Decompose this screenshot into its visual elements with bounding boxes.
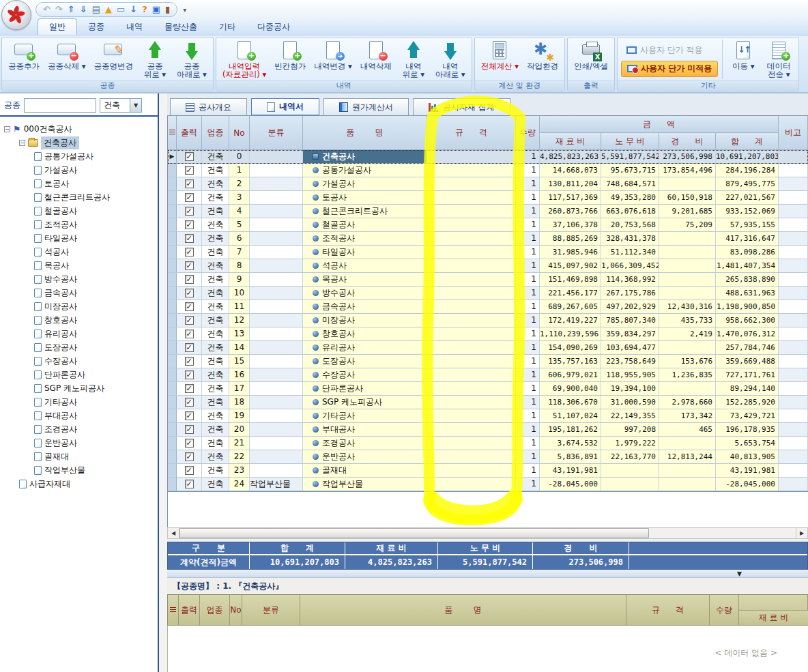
spec-cell[interactable] (427, 205, 516, 218)
col-header-industry[interactable]: 업종 (202, 116, 229, 150)
labor-cost-cell[interactable]: 663,076,618 (601, 205, 659, 218)
table-row[interactable]: ✓건축3토공사1117,517,36949,353,28060,150,9182… (168, 191, 808, 205)
no-cell[interactable]: 16 (229, 368, 250, 381)
remark-cell[interactable] (779, 246, 808, 259)
worktype-add-button[interactable]: +공종추가 (4, 38, 44, 81)
qty-cell[interactable]: 1 (516, 314, 540, 327)
row-indicator[interactable] (168, 314, 177, 327)
ribbon-tab-multi-project[interactable]: 다중공사 (246, 19, 301, 35)
row-indicator[interactable] (168, 409, 177, 422)
labor-cost-cell[interactable]: 997,208 (601, 423, 659, 436)
industry-cell[interactable]: 건축 (202, 341, 229, 354)
collapse-icon[interactable]: − (4, 126, 10, 132)
row-indicator[interactable] (168, 396, 177, 409)
output-checkbox-cell[interactable]: ✓ (177, 396, 202, 409)
row-indicator[interactable] (168, 437, 177, 450)
material-cost-cell[interactable]: 151,469,898 (540, 273, 601, 286)
qty-cell[interactable]: 1 (516, 273, 540, 286)
no-cell[interactable]: 7 (229, 246, 250, 259)
remark-cell[interactable] (779, 464, 808, 477)
output-checkbox-cell[interactable]: ✓ (177, 327, 202, 340)
material-cost-cell[interactable]: 130,811,204 (540, 177, 601, 190)
industry-cell[interactable]: 건축 (202, 368, 229, 381)
exit-door-icon[interactable]: ▮ (165, 3, 170, 16)
tree-item[interactable]: 미장공사 (0, 300, 158, 313)
industry-cell[interactable]: 건축 (202, 327, 229, 340)
bottom-col-output[interactable]: 출력 (179, 595, 200, 625)
tree-item[interactable]: 부대공사 (0, 409, 158, 422)
checkbox-checked-icon[interactable]: ✓ (185, 234, 194, 243)
labor-cost-cell[interactable]: 22,163,770 (601, 450, 659, 463)
col-header-no[interactable]: No (229, 116, 250, 150)
table-row[interactable]: ✓건축24작업부산물작업부산물1-28,045,000-28,045,000 (168, 478, 808, 491)
class-cell[interactable] (250, 423, 303, 436)
checkbox-checked-icon[interactable]: ✓ (185, 330, 194, 338)
spec-cell[interactable] (427, 327, 516, 340)
spec-cell[interactable] (427, 287, 516, 300)
spec-cell[interactable] (427, 177, 516, 190)
bottom-col-class[interactable]: 분류 (242, 595, 300, 625)
tree-item[interactable]: 조경공사 (0, 422, 158, 436)
qty-cell[interactable]: 1 (516, 423, 540, 436)
row-indicator[interactable] (168, 273, 177, 286)
qty-cell[interactable]: 1 (516, 327, 540, 340)
user-price-unapply-button[interactable]: 사용자 단가 미적용 (621, 61, 718, 77)
output-checkbox-cell[interactable]: ✓ (177, 150, 202, 163)
table-row[interactable]: ✓건축23골재대143,191,98143,191,981 (168, 464, 808, 478)
table-row[interactable]: ✓건축15도장공사1135,757,163223,758,649153,6763… (168, 355, 808, 368)
total-cost-cell[interactable]: 43,191,981 (716, 464, 779, 477)
checkbox-checked-icon[interactable]: ✓ (185, 411, 194, 420)
industry-cell[interactable]: 건축 (202, 409, 229, 422)
qty-cell[interactable]: 1 (516, 218, 540, 231)
name-cell[interactable]: 조경공사 (303, 437, 427, 450)
tree-item[interactable]: 작업부산물 (0, 463, 158, 477)
worktype-down-button[interactable]: 공종 아래로 ▾ (173, 38, 211, 81)
material-cost-cell[interactable]: 3,674,532 (540, 437, 601, 450)
expense-cell[interactable]: 2,978,660 (659, 396, 716, 409)
expense-cell[interactable] (659, 246, 716, 259)
remark-cell[interactable] (779, 437, 808, 450)
name-cell[interactable]: 건축공사 (303, 150, 427, 163)
col-header-amount[interactable]: 금 액 (540, 116, 779, 133)
spec-cell[interactable] (427, 409, 516, 422)
detail-change-button[interactable]: ➔내역변경 ▾ (310, 38, 356, 81)
checkbox-checked-icon[interactable]: ✓ (185, 166, 194, 175)
search-doc-icon[interactable]: ▣ (152, 3, 160, 16)
tree-item[interactable]: 도장공사 (0, 340, 158, 354)
col-header-spec[interactable]: 규 격 (427, 116, 516, 150)
col-header-labor[interactable]: 노 무 비 (601, 133, 659, 150)
total-cost-cell[interactable]: 227,021,567 (716, 191, 779, 204)
spec-cell[interactable] (427, 355, 516, 368)
industry-cell[interactable]: 건축 (202, 205, 229, 218)
material-cost-cell[interactable]: 31,985,946 (540, 246, 601, 259)
qty-cell[interactable]: 1 (516, 300, 540, 313)
total-cost-cell[interactable]: 1,198,900,850 (716, 300, 779, 313)
qty-cell[interactable]: 1 (516, 177, 540, 190)
class-cell[interactable] (250, 314, 303, 327)
total-cost-cell[interactable]: 73,429,721 (716, 409, 779, 422)
name-cell[interactable]: 타일공사 (303, 246, 427, 259)
table-row[interactable]: ✓건축4철근콘크리트공사1260,873,766663,076,6189,201… (168, 205, 808, 218)
tree-item[interactable]: 철골공사 (0, 204, 158, 218)
labor-cost-cell[interactable]: 497,202,929 (601, 300, 659, 313)
row-indicator[interactable] (168, 246, 177, 259)
expense-cell[interactable] (659, 478, 716, 491)
output-checkbox-cell[interactable]: ✓ (177, 437, 202, 450)
total-cost-cell[interactable]: 10,691,207,803 (716, 150, 779, 163)
total-cost-cell[interactable]: 1,470,076,312 (716, 327, 779, 340)
total-cost-cell[interactable]: 196,178,935 (716, 423, 779, 436)
checkbox-checked-icon[interactable]: ✓ (185, 220, 194, 229)
checkbox-checked-icon[interactable]: ✓ (185, 439, 194, 448)
remark-cell[interactable] (779, 368, 808, 381)
no-cell[interactable]: 13 (229, 327, 250, 340)
scroll-right-icon[interactable]: ▶ (796, 528, 807, 538)
ribbon-tab-quantity[interactable]: 물량산출 (154, 19, 208, 35)
material-cost-cell[interactable]: 43,191,981 (540, 464, 601, 477)
total-cost-cell[interactable]: 879,495,775 (716, 177, 779, 190)
industry-cell[interactable]: 건축 (202, 396, 229, 409)
tree-item[interactable]: 목공사 (0, 259, 158, 272)
total-cost-cell[interactable]: 958,662,300 (716, 314, 779, 327)
qty-cell[interactable]: 1 (516, 287, 540, 300)
class-cell[interactable] (250, 273, 303, 286)
remark-cell[interactable] (779, 218, 808, 231)
